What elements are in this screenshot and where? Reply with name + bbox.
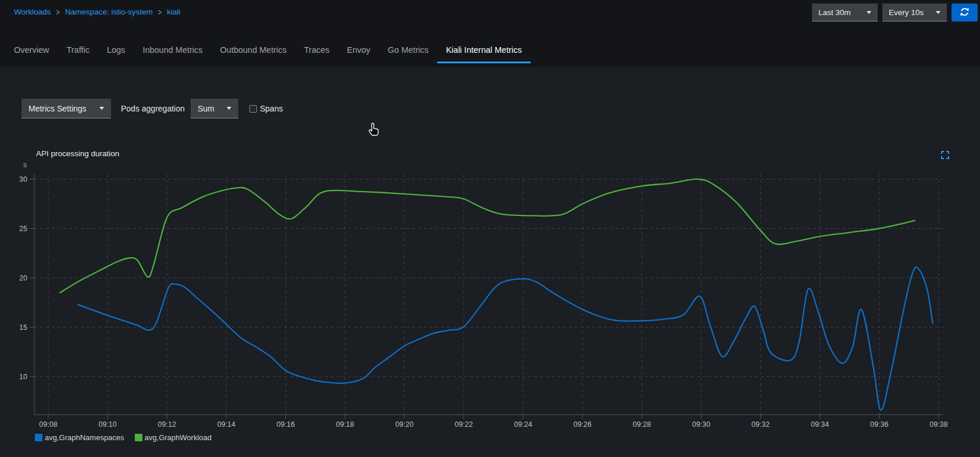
legend-item-graphnamespaces[interactable]: avg,GraphNamespaces (35, 433, 124, 442)
x-tick-label: 09:32 (752, 420, 770, 429)
x-tick-label: 09:24 (514, 420, 532, 429)
x-tick-label: 09:26 (573, 420, 591, 429)
x-tick-label: 09:30 (692, 420, 710, 429)
y-tick-label: 15 (19, 323, 27, 332)
caret-down-icon (936, 11, 940, 14)
tab-envoy[interactable]: Envoy (338, 38, 379, 63)
x-tick-label: 09:16 (277, 420, 295, 429)
tab-overview[interactable]: Overview (5, 38, 58, 63)
api-processing-duration-chart: 09:0809:1009:1209:1409:1609:1809:2009:22… (0, 67, 980, 457)
legend-swatch-blue (35, 434, 42, 441)
tab-go-metrics[interactable]: Go Metrics (379, 38, 437, 63)
series-line-avg-graphnamespaces (78, 267, 933, 410)
x-tick-label: 09:10 (98, 420, 116, 429)
legend-label: avg,GraphWorkload (145, 433, 212, 442)
duration-select[interactable]: Last 30m (812, 3, 878, 21)
duration-select-value: Last 30m (818, 8, 851, 17)
x-tick-label: 09:18 (336, 420, 354, 429)
breadcrumb-link-namespace[interactable]: Namespace: istio-system (65, 8, 153, 16)
x-tick-label: 09:28 (633, 420, 651, 429)
x-tick-label: 09:20 (395, 420, 413, 429)
chart-legend: avg,GraphNamespaces avg,GraphWorkload (35, 433, 212, 442)
x-tick-label: 09:34 (811, 420, 829, 429)
chevron-right-icon: > (56, 8, 60, 16)
sync-icon (960, 7, 970, 19)
tab-traffic[interactable]: Traffic (58, 38, 98, 63)
tab-bar: Overview Traffic Logs Inbound Metrics Ou… (5, 38, 531, 63)
tab-traces[interactable]: Traces (295, 38, 338, 63)
x-tick-label: 09:12 (158, 420, 176, 429)
breadcrumb: Workloads > Namespace: istio-system > ki… (14, 8, 180, 16)
tab-kiali-internal-metrics[interactable]: Kiali Internal Metrics (437, 38, 531, 63)
caret-down-icon (867, 11, 871, 14)
x-tick-label: 09:14 (217, 420, 235, 429)
y-tick-label: 20 (19, 274, 27, 282)
x-tick-label: 09:22 (455, 420, 473, 429)
legend-item-graphworkload[interactable]: avg,GraphWorkload (135, 433, 212, 442)
tab-inbound-metrics[interactable]: Inbound Metrics (134, 38, 211, 63)
tab-logs[interactable]: Logs (98, 38, 134, 63)
breadcrumb-link-workloads[interactable]: Workloads (14, 8, 51, 16)
series-line-avg-graphworkload (60, 179, 915, 293)
y-tick-label: 10 (19, 373, 27, 381)
y-tick-label: 25 (19, 225, 27, 233)
x-tick-label: 09:38 (929, 420, 947, 429)
chevron-right-icon: > (158, 8, 162, 16)
tab-outbound-metrics[interactable]: Outbound Metrics (212, 38, 295, 63)
refresh-button[interactable] (952, 3, 978, 21)
x-tick-label: 09:08 (39, 420, 57, 429)
y-tick-label: 30 (19, 175, 27, 183)
legend-swatch-green (135, 434, 142, 441)
breadcrumb-link-workload-kiali[interactable]: kiali (167, 8, 180, 16)
legend-label: avg,GraphNamespaces (45, 433, 124, 442)
refresh-interval-value: Every 10s (889, 8, 924, 17)
kiali-workload-detail-page: Workloads > Namespace: istio-system > ki… (0, 0, 980, 457)
x-tick-label: 09:36 (870, 420, 888, 429)
refresh-interval-select[interactable]: Every 10s (882, 3, 947, 21)
